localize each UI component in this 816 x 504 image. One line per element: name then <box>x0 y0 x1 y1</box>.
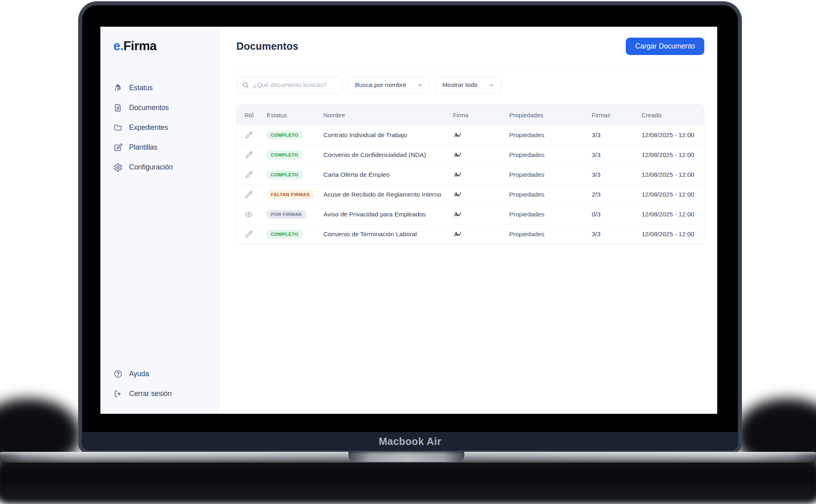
scene: Macbook Air e.Firma Estatus Documentos E… <box>0 0 816 504</box>
logo-prefix: e. <box>113 39 123 53</box>
app-window: e.Firma Estatus Documentos Expedientes P… <box>100 27 717 414</box>
column-header-firma: Firma <box>453 112 509 119</box>
upload-document-button[interactable]: Cargar Documento <box>626 38 704 55</box>
table-row: POR FIRMAR Aviso de Privacidad para Empl… <box>237 204 704 224</box>
folder-icon <box>113 123 123 132</box>
sidebar-item-label: Configuración <box>129 163 173 172</box>
properties-link[interactable]: Propiedades <box>509 131 544 139</box>
column-header-propiedades: Propiedades <box>509 112 592 119</box>
properties-link[interactable]: Propiedades <box>509 191 544 198</box>
pencil-icon <box>244 230 253 239</box>
chevron-down-icon <box>488 82 495 89</box>
sidebar: e.Firma Estatus Documentos Expedientes P… <box>100 27 219 414</box>
search-icon <box>242 81 249 89</box>
properties-link[interactable]: Propiedades <box>509 231 544 238</box>
signatures-count: 3/3 <box>592 131 642 139</box>
show-filter-dropdown[interactable]: Mostrar todo <box>436 76 501 93</box>
sidebar-item-label: Estatus <box>129 84 153 92</box>
main-content: Documentos Cargar Documento Busca por no… <box>219 27 717 414</box>
view-document-button[interactable] <box>244 210 253 219</box>
document-name: Aviso de Privacidad para Empleados <box>323 211 453 218</box>
sidebar-item-label: Cerrar sesión <box>129 390 172 398</box>
search-by-dropdown[interactable]: Busca por nombre <box>348 76 430 93</box>
column-header-nombre: Nombre <box>323 112 453 119</box>
sidebar-item-label: Expedientes <box>129 123 168 132</box>
sidebar-item-configuracion[interactable]: Configuración <box>113 159 219 175</box>
fingerprint-icon <box>113 83 123 93</box>
eye-icon <box>244 210 253 219</box>
signature-icon[interactable] <box>453 210 463 219</box>
laptop-base-notch <box>348 452 464 462</box>
created-date: 12/08/2025 - 12:00 <box>642 171 704 178</box>
table-row: COMPLETO Contrato Individual de Trabajo … <box>237 125 704 145</box>
pencil-icon <box>244 150 253 159</box>
created-date: 12/08/2025 - 12:00 <box>642 131 704 139</box>
sidebar-item-ayuda[interactable]: Ayuda <box>113 366 219 382</box>
column-header-creado: Creado <box>642 112 704 119</box>
table-row: FALTAN FIRMAS Acuse de Recibido de Regla… <box>237 184 704 204</box>
documents-table: Rol Estatus Nombre Firma Propiedades Fir… <box>236 104 704 244</box>
laptop-bottom-bezel: Macbook Air <box>82 432 738 451</box>
search-input[interactable] <box>253 81 337 89</box>
status-badge: COMPLETO <box>267 150 302 159</box>
laptop-shadow <box>0 456 816 504</box>
sidebar-item-expedientes[interactable]: Expedientes <box>113 120 219 136</box>
signature-icon[interactable] <box>453 230 463 239</box>
signatures-count: 3/3 <box>592 231 642 238</box>
column-header-firmas: Firmas <box>592 112 642 119</box>
logout-icon <box>113 389 123 398</box>
status-badge: COMPLETO <box>267 230 302 239</box>
sidebar-item-estatus[interactable]: Estatus <box>113 80 219 96</box>
chevron-down-icon <box>417 82 424 89</box>
gear-icon <box>113 163 123 172</box>
help-circle-icon <box>113 369 123 379</box>
document-name: Acuse de Recibido de Reglamento Interno <box>323 191 453 198</box>
sidebar-nav: Estatus Documentos Expedientes Plantilla… <box>113 80 219 175</box>
signature-icon[interactable] <box>453 150 463 159</box>
pencil-icon <box>244 190 253 199</box>
document-icon <box>113 103 123 112</box>
edit-role-button[interactable] <box>244 190 253 199</box>
page-header: Documentos Cargar Documento <box>236 27 704 66</box>
document-name: Contrato Individual de Trabajo <box>323 131 453 139</box>
properties-link[interactable]: Propiedades <box>509 151 544 159</box>
sidebar-item-label: Ayuda <box>129 370 149 378</box>
edit-role-button[interactable] <box>244 170 253 179</box>
column-header-estatus: Estatus <box>267 112 323 119</box>
sidebar-item-label: Plantillas <box>129 143 157 152</box>
signatures-count: 3/3 <box>592 151 642 159</box>
status-badge: COMPLETO <box>267 170 302 179</box>
pencil-icon <box>244 170 253 179</box>
status-badge: FALTAN FIRMAS <box>267 190 314 199</box>
table-row: COMPLETO Carta Oferta de Empleo Propieda… <box>237 165 704 184</box>
sidebar-item-cerrar-sesion[interactable]: Cerrar sesión <box>113 386 219 402</box>
signature-icon[interactable] <box>453 190 463 199</box>
edit-role-button[interactable] <box>244 131 253 140</box>
signatures-count: 0/3 <box>592 211 642 218</box>
status-badge: COMPLETO <box>267 131 302 140</box>
sidebar-item-plantillas[interactable]: Plantillas <box>113 140 219 155</box>
document-name: Convenio de Terminación Laboral <box>323 231 453 238</box>
search-by-label: Busca por nombre <box>355 81 406 89</box>
signature-icon[interactable] <box>453 131 463 140</box>
sidebar-item-label: Documentos <box>129 104 169 112</box>
properties-link[interactable]: Propiedades <box>509 171 544 178</box>
pencil-icon <box>244 131 253 140</box>
signatures-count: 2/3 <box>592 191 642 198</box>
search-box <box>236 76 342 93</box>
show-filter-label: Mostrar todo <box>442 81 478 89</box>
column-header-rol: Rol <box>237 112 267 119</box>
table-row: COMPLETO Convenio de Confidencialidad (N… <box>237 145 704 165</box>
signature-icon[interactable] <box>453 170 463 179</box>
edit-role-button[interactable] <box>244 230 253 239</box>
created-date: 12/08/2025 - 12:00 <box>642 151 704 159</box>
edit-role-button[interactable] <box>244 150 253 159</box>
sidebar-item-documentos[interactable]: Documentos <box>113 100 219 116</box>
device-label: Macbook Air <box>379 436 442 447</box>
logo-name: Firma <box>123 39 157 53</box>
sidebar-footer: Ayuda Cerrar sesión <box>100 358 219 402</box>
document-name: Convenio de Confidencialidad (NDA) <box>323 151 453 159</box>
created-date: 12/08/2025 - 12:00 <box>642 191 704 198</box>
properties-link[interactable]: Propiedades <box>509 211 544 218</box>
status-badge: POR FIRMAR <box>267 210 306 219</box>
